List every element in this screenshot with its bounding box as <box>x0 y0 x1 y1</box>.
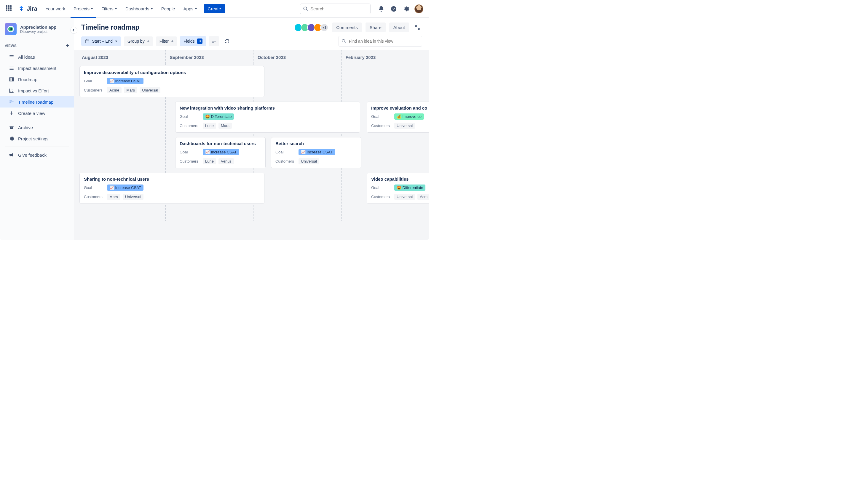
timeline-card[interactable]: Better search Goal📈 Increase CSAT Custom… <box>271 137 361 168</box>
fullscreen-icon[interactable] <box>413 23 422 32</box>
sidebar-collapse-button[interactable] <box>70 27 77 34</box>
customer-pill: Mars <box>124 87 137 93</box>
layout-icon <box>211 38 217 44</box>
share-button[interactable]: Share <box>365 22 386 32</box>
filter-button[interactable]: Filter+ <box>156 36 177 46</box>
goal-pill: 🤩 Differentiate <box>394 185 426 191</box>
view-item-label: Impact assessment <box>18 66 56 71</box>
svg-point-9 <box>13 91 13 92</box>
sidebar-view-item[interactable]: All ideas <box>0 51 74 62</box>
chevron-down-icon <box>91 8 93 10</box>
fields-count-badge: 3 <box>197 38 203 44</box>
goal-label: Goal <box>371 114 392 119</box>
user-avatar[interactable] <box>414 4 423 13</box>
timeline-column-header: October 2023 <box>253 50 342 64</box>
svg-text:?: ? <box>393 6 395 11</box>
goal-label: Goal <box>180 114 200 119</box>
refresh-button[interactable] <box>222 36 232 46</box>
sidebar-view-item[interactable]: Roadmap <box>0 74 74 85</box>
about-button[interactable]: About <box>389 22 409 32</box>
date-range-button[interactable]: Start – End <box>81 36 121 46</box>
view-icon <box>8 65 15 71</box>
avatar-more-count: +3 <box>320 23 328 32</box>
view-item-label: Roadmap <box>18 77 37 82</box>
view-item-label: All ideas <box>18 55 35 59</box>
layout-settings-button[interactable] <box>209 36 219 46</box>
project-type: Discovery project <box>20 30 57 34</box>
customer-pill: Mars <box>107 194 120 200</box>
goal-pill: 📈 Increase CSAT <box>107 78 144 84</box>
sidebar-view-item[interactable]: Impact assessment <box>0 62 74 74</box>
customers-label: Customers <box>84 194 105 199</box>
card-title: Improve evaluation and co <box>371 106 429 111</box>
svg-line-18 <box>344 42 346 43</box>
page-title: Timeline roadmap <box>81 23 139 32</box>
svg-point-7 <box>11 91 11 92</box>
timeline-card[interactable]: Improve evaluation and co Goal💰 Improve … <box>367 101 429 133</box>
customer-pill: Acm <box>417 194 429 200</box>
customers-label: Customers <box>84 88 105 92</box>
jira-logo[interactable]: Jira <box>18 5 37 13</box>
timeline-card[interactable]: Improve discoverability of configuration… <box>79 66 265 97</box>
nav-filters[interactable]: Filters <box>98 4 120 13</box>
card-title: Better search <box>275 141 357 146</box>
sidebar-project-settings[interactable]: Project settings <box>0 133 74 144</box>
find-idea-input[interactable] <box>339 36 422 46</box>
create-button[interactable]: Create <box>204 4 225 13</box>
timeline-card[interactable]: Dashboards for non-technical users Goal📈… <box>175 137 266 168</box>
nav-apps[interactable]: Apps <box>180 4 200 13</box>
customer-pill: Mars <box>218 122 232 129</box>
customer-pill: Lune <box>203 158 216 164</box>
goal-label: Goal <box>180 150 200 154</box>
nav-people[interactable]: People <box>158 4 178 13</box>
calendar-icon <box>85 39 90 43</box>
view-item-label: Impact vs Effort <box>18 88 49 93</box>
refresh-icon <box>224 38 230 44</box>
sidebar-view-item[interactable]: Create a view <box>0 108 74 119</box>
add-view-icon[interactable]: + <box>66 43 69 49</box>
nav-your-work[interactable]: Your work <box>43 4 68 13</box>
view-icon <box>8 88 15 94</box>
timeline-column-header: August 2023 <box>78 50 166 64</box>
sidebar-give-feedback[interactable]: Give feedback <box>0 149 74 160</box>
nav-projects[interactable]: Projects <box>71 4 96 13</box>
customers-label: Customers <box>180 159 200 164</box>
timeline-card[interactable]: New integration with video sharing platf… <box>175 101 360 133</box>
goal-label: Goal <box>275 150 296 154</box>
card-title: Improve discoverability of configuration… <box>84 70 260 75</box>
nav-dashboards[interactable]: Dashboards <box>123 4 156 13</box>
global-search-input[interactable] <box>300 3 370 14</box>
timeline-card[interactable]: Video capabilities Goal🤩 Differentiate C… <box>367 173 429 204</box>
sidebar-view-item[interactable]: Impact vs Effort <box>0 85 74 96</box>
customers-label: Customers <box>180 124 200 128</box>
goal-label: Goal <box>371 185 392 190</box>
customers-label: Customers <box>371 194 392 199</box>
fields-button[interactable]: Fields3 <box>180 36 206 46</box>
help-icon[interactable]: ? <box>390 5 398 13</box>
jira-icon <box>18 5 25 13</box>
comments-button[interactable]: Comments <box>332 22 362 32</box>
customer-pill: Venus <box>218 158 234 164</box>
avatar-stack[interactable]: +3 <box>296 23 328 32</box>
sidebar-view-item[interactable]: Timeline roadmap <box>0 96 74 108</box>
customer-pill: Lune <box>203 122 216 129</box>
customer-pill: Universal <box>299 158 319 164</box>
card-title: New integration with video sharing platf… <box>180 106 356 111</box>
customer-pill: Universal <box>394 194 415 200</box>
group-by-button[interactable]: Group by+ <box>124 36 153 46</box>
project-name: Appreciation app <box>20 24 57 30</box>
chevron-down-icon <box>115 41 117 42</box>
view-item-label: Timeline roadmap <box>18 99 54 104</box>
timeline-column-header: February 2023 <box>342 50 429 64</box>
settings-icon[interactable] <box>402 5 410 13</box>
svg-point-8 <box>12 90 13 90</box>
notifications-icon[interactable] <box>377 5 385 13</box>
goal-pill: 🤩 Differentiate <box>203 113 234 120</box>
timeline-card[interactable]: Sharing to non-technical users Goal📈 Inc… <box>79 173 265 204</box>
svg-rect-4 <box>10 78 11 81</box>
chevron-down-icon <box>150 8 153 10</box>
sidebar-archive[interactable]: Archive <box>0 122 74 133</box>
views-section-label: VIEWS <box>5 44 17 48</box>
app-switcher-icon[interactable] <box>6 5 13 13</box>
chevron-down-icon <box>115 8 117 10</box>
